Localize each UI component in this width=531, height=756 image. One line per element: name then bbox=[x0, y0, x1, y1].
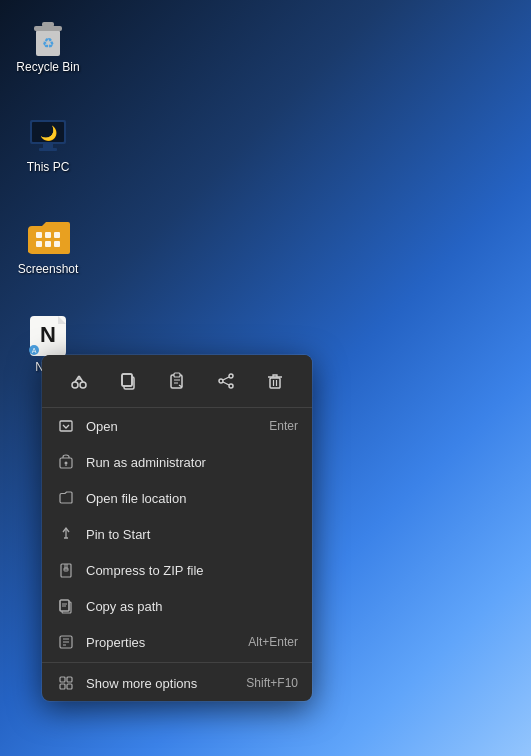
svg-point-32 bbox=[219, 379, 223, 383]
pin-to-start-label: Pin to Start bbox=[86, 527, 298, 542]
properties-shortcut: Alt+Enter bbox=[248, 635, 298, 649]
desktop-icon-recycle-bin[interactable]: ♻ Recycle Bin bbox=[8, 8, 88, 78]
open-label: Open bbox=[86, 419, 269, 434]
show-more-options-icon bbox=[56, 673, 76, 693]
copy-as-path-icon bbox=[56, 596, 76, 616]
context-menu-toolbar bbox=[42, 355, 312, 408]
show-more-options-shortcut: Shift+F10 bbox=[246, 676, 298, 690]
compress-zip-label: Compress to ZIP file bbox=[86, 563, 298, 578]
paste-shortcut-button[interactable] bbox=[159, 363, 195, 399]
cut-button[interactable] bbox=[61, 363, 97, 399]
svg-line-35 bbox=[223, 382, 229, 385]
svg-rect-25 bbox=[122, 374, 132, 386]
screenshot-folder-icon bbox=[24, 214, 72, 262]
svg-rect-9 bbox=[36, 232, 42, 238]
pin-to-start-icon bbox=[56, 524, 76, 544]
svg-point-20 bbox=[80, 382, 86, 388]
properties-icon bbox=[56, 632, 76, 652]
paste-shortcut-icon bbox=[168, 372, 186, 390]
copy-icon bbox=[119, 372, 137, 390]
run-as-admin-label: Run as administrator bbox=[86, 455, 298, 470]
menu-item-run-as-admin[interactable]: Run as administrator bbox=[42, 444, 312, 480]
desktop-icon-this-pc[interactable]: 🌙 This PC bbox=[8, 108, 88, 178]
delete-button[interactable] bbox=[257, 363, 293, 399]
svg-text:🌙: 🌙 bbox=[40, 125, 58, 142]
svg-rect-59 bbox=[60, 677, 65, 682]
svg-rect-62 bbox=[67, 684, 72, 689]
compress-zip-icon bbox=[56, 560, 76, 580]
cut-icon bbox=[70, 372, 88, 390]
open-file-location-icon bbox=[56, 488, 76, 508]
desktop-icon-screenshot[interactable]: Screenshot bbox=[8, 210, 88, 280]
open-icon bbox=[56, 416, 76, 436]
context-menu: Open Enter Run as administrator Open fil… bbox=[42, 355, 312, 701]
svg-rect-12 bbox=[36, 241, 42, 247]
svg-text:♻: ♻ bbox=[42, 35, 55, 51]
svg-point-33 bbox=[229, 384, 233, 388]
svg-rect-61 bbox=[60, 684, 65, 689]
menu-item-pin-to-start[interactable]: Pin to Start bbox=[42, 516, 312, 552]
svg-rect-13 bbox=[45, 241, 51, 247]
svg-rect-7 bbox=[43, 144, 53, 148]
notion-icon: N A bbox=[24, 312, 72, 360]
open-shortcut: Enter bbox=[269, 419, 298, 433]
svg-rect-40 bbox=[60, 421, 72, 431]
this-pc-label: This PC bbox=[27, 160, 70, 174]
svg-rect-28 bbox=[174, 373, 180, 377]
screenshot-label: Screenshot bbox=[18, 262, 79, 276]
recycle-bin-icon: ♻ bbox=[24, 12, 72, 60]
menu-item-open-file-location[interactable]: Open file location bbox=[42, 480, 312, 516]
svg-rect-8 bbox=[39, 148, 57, 151]
menu-divider bbox=[42, 662, 312, 663]
menu-item-show-more-options[interactable]: Show more options Shift+F10 bbox=[42, 665, 312, 701]
open-file-location-label: Open file location bbox=[86, 491, 298, 506]
svg-rect-2 bbox=[42, 22, 54, 27]
svg-point-19 bbox=[72, 382, 78, 388]
svg-rect-60 bbox=[67, 677, 72, 682]
delete-icon bbox=[266, 372, 284, 390]
recycle-bin-label: Recycle Bin bbox=[16, 60, 79, 74]
copy-button[interactable] bbox=[110, 363, 146, 399]
share-button[interactable] bbox=[208, 363, 244, 399]
svg-rect-36 bbox=[270, 378, 280, 388]
menu-item-properties[interactable]: Properties Alt+Enter bbox=[42, 624, 312, 660]
share-icon bbox=[217, 372, 235, 390]
menu-item-copy-as-path[interactable]: Copy as path bbox=[42, 588, 312, 624]
svg-point-42 bbox=[65, 462, 68, 465]
svg-rect-14 bbox=[54, 241, 60, 247]
svg-point-31 bbox=[229, 374, 233, 378]
svg-rect-11 bbox=[54, 232, 60, 238]
copy-as-path-label: Copy as path bbox=[86, 599, 298, 614]
menu-item-open[interactable]: Open Enter bbox=[42, 408, 312, 444]
svg-text:A: A bbox=[32, 347, 37, 354]
show-more-options-label: Show more options bbox=[86, 676, 246, 691]
properties-label: Properties bbox=[86, 635, 248, 650]
run-as-admin-icon bbox=[56, 452, 76, 472]
menu-item-compress-zip[interactable]: Compress to ZIP file bbox=[42, 552, 312, 588]
svg-text:N: N bbox=[40, 322, 56, 347]
this-pc-icon: 🌙 bbox=[24, 112, 72, 160]
svg-line-34 bbox=[223, 377, 229, 380]
svg-rect-10 bbox=[45, 232, 51, 238]
